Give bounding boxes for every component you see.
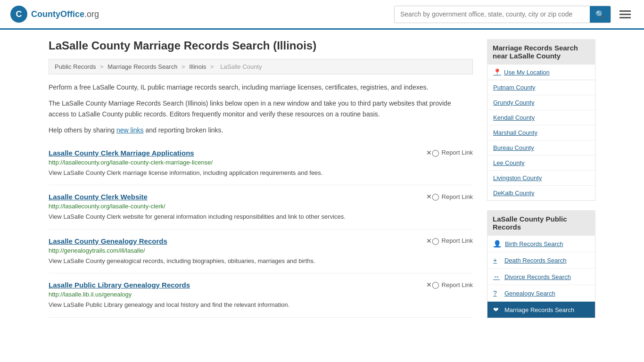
logo-text: CountyOffice.org <box>31 9 99 19</box>
county-link-0[interactable]: Putnam County <box>487 80 595 95</box>
result-url-0[interactable]: http://lasallecounty.org/lasalle-county-… <box>49 159 473 166</box>
county-item-0[interactable]: Putnam County <box>487 80 595 95</box>
report-label-2: Report Link <box>442 237 473 244</box>
breadcrumb-marriage-records[interactable]: Marriage Records Search <box>107 63 177 70</box>
result-item: Lasalle County Genealogy Records ✕◯ Repo… <box>49 230 473 274</box>
breadcrumb-sep1: > <box>100 63 105 70</box>
result-header-0: Lasalle County Clerk Marriage Applicatio… <box>49 149 473 157</box>
report-icon-3: ✕◯ <box>426 281 439 288</box>
report-link-2[interactable]: ✕◯ Report Link <box>426 237 473 245</box>
report-icon-0: ✕◯ <box>426 149 439 156</box>
result-desc-2: View LaSalle County genealogical records… <box>49 256 473 266</box>
breadcrumb-illinois[interactable]: Illinois <box>189 63 206 70</box>
sidebar: Marriage Records Search near LaSalle Cou… <box>487 39 595 328</box>
county-link-6[interactable]: Livingston County <box>487 171 595 185</box>
nearby-list: 📍 Use My Location <box>487 65 595 80</box>
result-title-2[interactable]: Lasalle County Genealogy Records <box>49 237 167 245</box>
county-item-5[interactable]: Lee County <box>487 156 595 171</box>
description-para1: Perform a free LaSalle County, IL public… <box>49 82 473 92</box>
search-button[interactable]: 🔍 <box>590 6 611 23</box>
record-item-1[interactable]: +Death Records Search <box>487 252 595 269</box>
county-item-4[interactable]: Bureau County <box>487 140 595 156</box>
logo[interactable]: C CountyOffice.org <box>9 5 99 24</box>
rec-icon-4: ❤ <box>493 306 501 313</box>
report-label-1: Report Link <box>442 193 473 200</box>
record-item-3[interactable]: ?Genealogy Search <box>487 285 595 302</box>
county-link-3[interactable]: Marshall County <box>487 125 595 140</box>
nearby-title: Marriage Records Search near LaSalle Cou… <box>487 39 595 65</box>
rec-icon-1: + <box>493 256 501 264</box>
search-icon: 🔍 <box>595 10 605 18</box>
new-links-link[interactable]: new links <box>116 126 144 134</box>
county-link-5[interactable]: Lee County <box>487 156 595 170</box>
result-title-1[interactable]: Lasalle County Clerk Website <box>49 193 148 201</box>
rec-label-3: Genealogy Search <box>504 290 555 297</box>
menu-icon-line3 <box>619 17 631 18</box>
breadcrumb-sep2: > <box>182 63 187 70</box>
public-records-title: LaSalle County Public Records <box>487 210 595 236</box>
record-link-4[interactable]: ❤Marriage Records Search <box>487 302 595 318</box>
description-para2: The LaSalle County Marriage Records Sear… <box>49 98 473 119</box>
rec-icon-0: 👤 <box>493 240 501 247</box>
public-records-section: LaSalle County Public Records 👤Birth Rec… <box>487 210 595 318</box>
result-item: Lasalle County Clerk Marriage Applicatio… <box>49 141 473 186</box>
breadcrumb-public-records[interactable]: Public Records <box>55 63 96 70</box>
page-title: LaSalle County Marriage Records Search (… <box>49 39 473 52</box>
result-item: Lasalle Public Library Genealogy Records… <box>49 273 473 318</box>
record-item-2[interactable]: ↔Divorce Records Search <box>487 269 595 285</box>
county-link-7[interactable]: DeKalb County <box>487 186 595 200</box>
record-link-1[interactable]: +Death Records Search <box>487 252 595 268</box>
report-icon-1: ✕◯ <box>426 193 439 200</box>
result-desc-1: View LaSalle County Clerk website for ge… <box>49 212 473 222</box>
menu-button[interactable] <box>616 8 635 20</box>
main-wrapper: LaSalle County Marriage Records Search (… <box>34 30 610 337</box>
nearby-section: Marriage Records Search near LaSalle Cou… <box>487 39 595 201</box>
county-link-1[interactable]: Grundy County <box>487 95 595 110</box>
counties-list: Putnam CountyGrundy CountyKendall County… <box>487 80 595 201</box>
rec-icon-3: ? <box>493 289 501 297</box>
county-item-7[interactable]: DeKalb County <box>487 186 595 200</box>
record-item-4[interactable]: ❤Marriage Records Search <box>487 302 595 318</box>
menu-icon-line1 <box>619 10 631 12</box>
result-header-1: Lasalle County Clerk Website ✕◯ Report L… <box>49 193 473 201</box>
breadcrumb: Public Records > Marriage Records Search… <box>49 59 473 74</box>
record-link-0[interactable]: 👤Birth Records Search <box>487 236 595 252</box>
rec-label-0: Birth Records Search <box>505 240 563 247</box>
use-my-location-link[interactable]: 📍 Use My Location <box>487 65 595 80</box>
county-item-6[interactable]: Livingston County <box>487 171 595 186</box>
records-list: 👤Birth Records Search+Death Records Sear… <box>487 236 595 318</box>
report-label-3: Report Link <box>442 281 473 288</box>
rec-icon-2: ↔ <box>493 273 501 280</box>
report-link-1[interactable]: ✕◯ Report Link <box>426 193 473 200</box>
report-link-3[interactable]: ✕◯ Report Link <box>426 281 473 288</box>
county-link-2[interactable]: Kendall County <box>487 110 595 125</box>
result-title-3[interactable]: Lasalle Public Library Genealogy Records <box>49 281 190 289</box>
result-title-0[interactable]: Lasalle County Clerk Marriage Applicatio… <box>49 149 194 157</box>
description-para3: Help others by sharing new links and rep… <box>49 125 473 135</box>
county-item-3[interactable]: Marshall County <box>487 125 595 140</box>
county-item-2[interactable]: Kendall County <box>487 110 595 125</box>
result-header-3: Lasalle Public Library Genealogy Records… <box>49 281 473 289</box>
record-link-3[interactable]: ?Genealogy Search <box>487 285 595 301</box>
record-link-2[interactable]: ↔Divorce Records Search <box>487 269 595 285</box>
result-url-2[interactable]: http://genealogytrails.com/ill/lasalle/ <box>49 247 473 254</box>
content-area: LaSalle County Marriage Records Search (… <box>49 39 473 328</box>
search-input[interactable] <box>395 7 590 22</box>
rec-label-1: Death Records Search <box>504 257 567 264</box>
svg-text:C: C <box>16 9 22 19</box>
use-my-location-item[interactable]: 📍 Use My Location <box>487 65 595 80</box>
report-link-0[interactable]: ✕◯ Report Link <box>426 149 473 156</box>
rec-label-4: Marriage Records Search <box>504 306 574 313</box>
county-link-4[interactable]: Bureau County <box>487 140 595 155</box>
location-pin-icon: 📍 <box>493 68 501 76</box>
results-list: Lasalle County Clerk Marriage Applicatio… <box>49 141 473 318</box>
logo-icon: C <box>9 5 28 24</box>
county-item-1[interactable]: Grundy County <box>487 95 595 110</box>
record-item-0[interactable]: 👤Birth Records Search <box>487 236 595 252</box>
result-url-1[interactable]: http://lasallecounty.org/lasalle-county-… <box>49 203 473 210</box>
result-desc-0: View LaSalle County Clerk marriage licen… <box>49 168 473 178</box>
result-url-3[interactable]: http://lasalle.lib.il.us/genealogy <box>49 291 473 298</box>
breadcrumb-lasalle: LaSalle County <box>220 63 262 70</box>
breadcrumb-sep3: > <box>210 63 215 70</box>
result-desc-3: View LaSalle Public Library genealogy an… <box>49 300 473 310</box>
